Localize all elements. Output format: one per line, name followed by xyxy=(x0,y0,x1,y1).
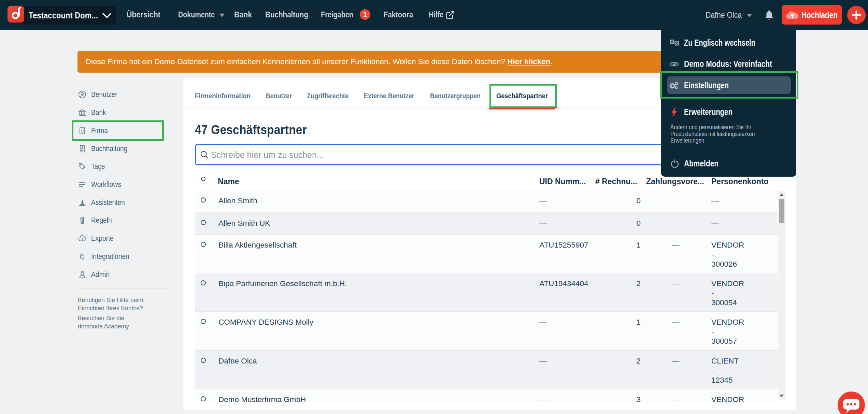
svg-text:A: A xyxy=(671,40,673,44)
